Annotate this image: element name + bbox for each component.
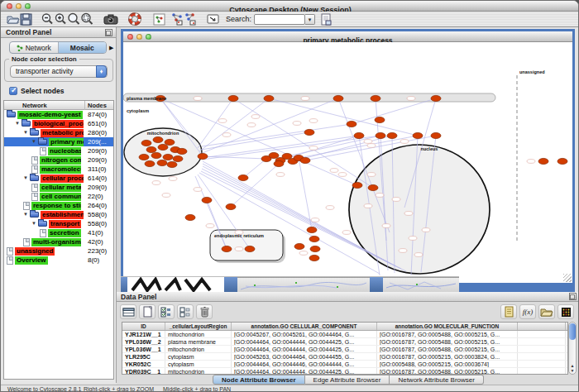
minimize-button[interactable] bbox=[16, 3, 22, 9]
tree-row[interactable]: macromolecule311(0) bbox=[4, 165, 113, 174]
graph-node[interactable] bbox=[238, 174, 248, 180]
network-edit-b-icon[interactable] bbox=[184, 12, 197, 26]
tab-node-attribute-browser[interactable]: Node Attribute Browser bbox=[213, 375, 305, 385]
scrollbar-thumb[interactable] bbox=[569, 323, 576, 340]
column-header[interactable]: ID bbox=[122, 323, 165, 330]
help-icon[interactable] bbox=[128, 12, 141, 26]
graph-node[interactable] bbox=[538, 158, 548, 164]
graph-node[interactable] bbox=[264, 95, 274, 101]
graph-node[interactable] bbox=[294, 243, 304, 249]
view-maximize-button[interactable] bbox=[146, 34, 151, 40]
tree-row[interactable]: cell communicat22(0) bbox=[4, 192, 113, 201]
graph-node[interactable] bbox=[151, 152, 161, 158]
graph-node[interactable] bbox=[304, 129, 314, 135]
graph-node[interactable] bbox=[177, 148, 187, 154]
select-columns-icon[interactable] bbox=[120, 304, 136, 319]
tree-row[interactable]: Overview8(0) bbox=[4, 256, 113, 265]
graph-node[interactable] bbox=[228, 95, 238, 101]
graph-node[interactable] bbox=[167, 161, 177, 167]
network-view-titlebar[interactable]: primary metabolic process bbox=[123, 31, 572, 42]
expand-triangle-icon[interactable]: ▼ bbox=[23, 210, 30, 219]
graph-node[interactable] bbox=[185, 214, 195, 220]
scroll-down-icon[interactable]: ▼ bbox=[569, 368, 576, 373]
tree-row[interactable]: mosaic-demo-yeast874(0) bbox=[4, 110, 113, 119]
network-canvas[interactable]: plasma membrane cytoplasm mitochondrion … bbox=[123, 42, 572, 283]
graph-node[interactable] bbox=[431, 132, 441, 138]
column-header[interactable]: annotation.GO CELLULAR_COMPONENT bbox=[232, 323, 377, 330]
graph-node[interactable] bbox=[371, 95, 380, 101]
graph-node[interactable] bbox=[146, 146, 156, 152]
open-icon[interactable] bbox=[6, 12, 20, 26]
tree-row[interactable]: cellular metabo209(0) bbox=[4, 183, 113, 192]
node-color-dropdown[interactable]: transporter activity bbox=[10, 65, 108, 78]
zoom-out-icon[interactable] bbox=[41, 12, 54, 26]
load-attributes-icon[interactable] bbox=[538, 304, 555, 319]
unselect-attributes-icon[interactable] bbox=[177, 304, 194, 319]
table-scrollbar[interactable]: ▲▼ bbox=[568, 322, 577, 375]
view-close-button[interactable] bbox=[127, 34, 133, 40]
graph-node[interactable] bbox=[274, 160, 284, 166]
column-header[interactable] bbox=[518, 323, 566, 330]
zoom-fit-icon[interactable] bbox=[67, 12, 80, 26]
graph-node[interactable] bbox=[431, 95, 441, 101]
save-icon[interactable] bbox=[20, 12, 32, 26]
tree-row[interactable]: ▼biological_process651(0) bbox=[4, 119, 113, 128]
table-row[interactable]: YLR295Ccytoplasm[GO:0045263, GO:0044464,… bbox=[122, 353, 567, 361]
window-titlebar[interactable]: Cytoscape Desktop (New Session) bbox=[1, 1, 579, 12]
column-header[interactable]: _cellularLayoutRegion bbox=[165, 323, 232, 330]
graph-node[interactable] bbox=[368, 184, 378, 190]
graph-node[interactable] bbox=[309, 255, 319, 261]
graph-node[interactable] bbox=[354, 132, 364, 138]
graph-node[interactable] bbox=[376, 132, 385, 138]
import-attributes-icon[interactable] bbox=[500, 304, 517, 319]
expand-triangle-icon[interactable]: ▼ bbox=[31, 219, 38, 228]
graph-node[interactable] bbox=[198, 153, 208, 159]
expand-triangle-icon[interactable]: ▼ bbox=[23, 174, 30, 183]
tree-row[interactable]: response to stimulu264(0) bbox=[4, 201, 113, 210]
tree-row[interactable]: ▼cellular process614(0) bbox=[4, 174, 113, 183]
zoom-in-icon[interactable] bbox=[54, 12, 67, 26]
maximize-button[interactable] bbox=[25, 3, 31, 9]
graph-node[interactable] bbox=[145, 160, 155, 166]
float-panel-icon[interactable] bbox=[105, 29, 112, 36]
formula-icon[interactable]: f(x) bbox=[519, 304, 536, 319]
graph-node[interactable] bbox=[165, 139, 175, 145]
tab-overflow-arrow[interactable]: ▶ bbox=[109, 45, 113, 51]
new-attribute-icon[interactable] bbox=[139, 304, 156, 319]
graph-node[interactable] bbox=[245, 246, 255, 251]
vizmapper-icon[interactable] bbox=[153, 12, 165, 26]
annotation-icon[interactable] bbox=[207, 12, 219, 26]
tree-row[interactable]: nucleobase-209(0) bbox=[4, 146, 113, 155]
tab-edge-attribute-browser[interactable]: Edge Attribute Browser bbox=[305, 375, 390, 385]
table-row[interactable]: YDR039C__1mitochondrion[GO:0044464, GO:0… bbox=[122, 368, 567, 375]
expand-triangle-icon[interactable]: ▼ bbox=[15, 119, 22, 128]
tree-row[interactable]: ▼metabolic process280(0) bbox=[4, 128, 113, 137]
resize-grip[interactable] bbox=[563, 274, 572, 282]
graph-node[interactable] bbox=[202, 197, 212, 203]
graph-node[interactable] bbox=[387, 132, 397, 138]
graph-node[interactable] bbox=[139, 154, 149, 160]
tab-network-attribute-browser[interactable]: Network Attribute Browser bbox=[390, 375, 483, 385]
select-nodes-checkbox[interactable] bbox=[9, 87, 17, 95]
graph-node[interactable] bbox=[173, 155, 183, 161]
tree-row[interactable]: ▼primary metabo209(... bbox=[4, 137, 113, 146]
graph-node[interactable] bbox=[352, 182, 362, 188]
dropdown-stepper-icon[interactable] bbox=[96, 65, 107, 78]
graph-node[interactable] bbox=[141, 140, 151, 146]
matrix-view-icon[interactable] bbox=[557, 304, 574, 319]
graph-node[interactable] bbox=[310, 246, 320, 251]
graph-node[interactable] bbox=[333, 95, 343, 101]
tab-network[interactable]: Network bbox=[10, 42, 59, 53]
search-input[interactable] bbox=[254, 14, 305, 25]
graph-node[interactable] bbox=[307, 227, 317, 232]
close-button[interactable] bbox=[7, 3, 12, 9]
tree-row[interactable]: multi-organism pro42(0) bbox=[4, 237, 113, 246]
graph-node[interactable] bbox=[300, 157, 310, 163]
graph-node[interactable] bbox=[226, 203, 236, 209]
select-attributes-icon[interactable] bbox=[158, 304, 175, 319]
network-edit-a-icon[interactable] bbox=[170, 12, 184, 26]
float-data-panel-icon[interactable] bbox=[569, 293, 577, 300]
table-row[interactable]: YPL036W__1mitochondrion[GO:0044464, GO:0… bbox=[122, 346, 567, 353]
attribute-search-icon[interactable] bbox=[320, 12, 332, 26]
view-minimize-button[interactable] bbox=[136, 34, 142, 40]
